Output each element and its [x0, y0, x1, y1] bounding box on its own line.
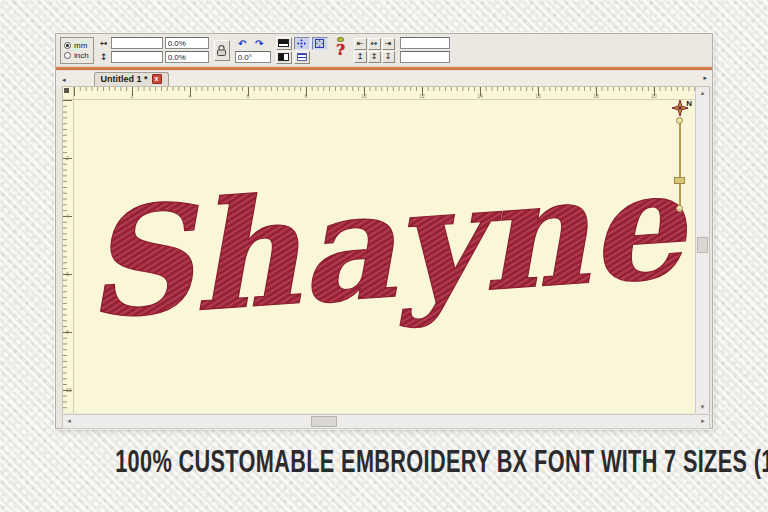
- rotation-angle-input[interactable]: [235, 51, 271, 63]
- radio-mm-icon[interactable]: [64, 42, 71, 49]
- horizontal-ruler: 2468101214161820: [74, 87, 695, 100]
- design-text[interactable]: Shayne: [79, 136, 695, 352]
- scroll-down-icon[interactable]: ▾: [696, 401, 709, 413]
- width-percent-input[interactable]: [165, 37, 209, 49]
- contrast-icon: [278, 53, 289, 61]
- align-center-h-icon: ↔: [371, 39, 378, 49]
- tab-label: Untitled 1 *: [101, 74, 148, 84]
- alignment-group: ⇤ ↔ ⇥ ↥ ↕ ↧: [354, 38, 395, 63]
- radio-inch-icon[interactable]: [64, 52, 71, 59]
- page-background: mm inch ↔ ↕: [0, 0, 768, 512]
- stitch-list-button[interactable]: [294, 51, 310, 64]
- four-arrows-icon: [297, 39, 306, 48]
- vertical-scrollbar[interactable]: ▴ ▾: [695, 87, 709, 413]
- redo-icon: ↷: [255, 38, 263, 49]
- pos-x-input[interactable]: [400, 37, 450, 49]
- height-icon: ↕: [99, 52, 109, 62]
- align-right-button[interactable]: ⇥: [382, 38, 395, 50]
- horizontal-scrollbar[interactable]: ◂ ▸: [62, 414, 710, 429]
- scroll-right-icon[interactable]: ▸: [697, 415, 709, 428]
- redo-button[interactable]: ↷: [252, 37, 267, 50]
- unit-mm-label: mm: [74, 41, 87, 50]
- design-canvas[interactable]: Shayne N −: [74, 100, 695, 413]
- close-icon: x: [155, 75, 159, 82]
- zoom-out-knob[interactable]: −: [676, 205, 683, 212]
- tab-untitled-1[interactable]: Untitled 1 * x: [94, 72, 169, 86]
- compass-north-label: N: [686, 100, 692, 108]
- zoom-in-knob[interactable]: [676, 117, 683, 124]
- tab-bar: ◂ Untitled 1 * x ▸: [56, 70, 712, 86]
- fit-view-button[interactable]: [312, 37, 328, 50]
- aspect-lock-button[interactable]: [214, 40, 230, 61]
- align-middle-v-icon: ↕: [371, 52, 378, 62]
- align-middle-v-button[interactable]: ↕: [368, 51, 381, 63]
- toolbar: mm inch ↔ ↕: [56, 34, 712, 67]
- align-left-button[interactable]: ⇤: [354, 38, 367, 50]
- fit-arrows-icon: [315, 39, 324, 48]
- align-left-icon: ⇤: [357, 39, 364, 49]
- unit-mm-option[interactable]: mm: [64, 41, 89, 50]
- align-center-h-button[interactable]: ↔: [368, 38, 381, 50]
- size-fields-group: ↔ ↕: [99, 37, 209, 63]
- vertical-scrollbar-thumb[interactable]: [697, 237, 708, 253]
- align-top-button[interactable]: ↥: [354, 51, 367, 63]
- tab-close-button[interactable]: x: [152, 74, 162, 84]
- list-lines-icon: [297, 53, 307, 61]
- unit-selector-group: mm inch: [60, 37, 94, 64]
- zoom-slider-handle[interactable]: [674, 177, 685, 184]
- undo-icon: ↶: [238, 38, 246, 49]
- question-mark-icon: ?: [336, 42, 345, 58]
- ruler-corner: [63, 87, 74, 100]
- rotate-group: ↶ ↷: [235, 37, 271, 63]
- center-design-button[interactable]: [294, 37, 310, 50]
- horizontal-scrollbar-thumb[interactable]: [311, 416, 337, 427]
- caption-text: 100% CUSTOMABLE EMBROIDERY BX FONT WITH …: [115, 444, 653, 480]
- unit-inch-label: inch: [74, 51, 89, 60]
- contrast-view-button[interactable]: [276, 51, 292, 64]
- hoop-icon: [278, 39, 289, 47]
- embroidery-app-window: mm inch ↔ ↕: [55, 33, 713, 429]
- tab-next-icon[interactable]: ▸: [701, 74, 709, 84]
- compass-widget: N: [672, 100, 692, 117]
- stitch-simulator-button[interactable]: ?: [333, 37, 349, 63]
- work-area: 2468101214161820 246810 Shayne: [62, 86, 710, 413]
- lock-icon: [216, 44, 227, 57]
- align-bottom-button[interactable]: ↧: [382, 51, 395, 63]
- unit-inch-option[interactable]: inch: [64, 51, 89, 60]
- minus-icon: −: [677, 205, 682, 212]
- vertical-ruler: 246810: [63, 100, 74, 413]
- align-right-icon: ⇥: [385, 39, 392, 49]
- align-bottom-icon: ↧: [385, 52, 392, 62]
- undo-button[interactable]: ↶: [235, 37, 250, 50]
- tab-prev-icon[interactable]: ◂: [60, 76, 68, 86]
- width-input[interactable]: [111, 37, 163, 49]
- scroll-left-icon[interactable]: ◂: [63, 415, 75, 428]
- show-hoop-button[interactable]: [276, 37, 292, 50]
- height-input[interactable]: [111, 51, 163, 63]
- pos-y-input[interactable]: [400, 51, 450, 63]
- view-toggle-group: [276, 37, 328, 64]
- height-percent-input[interactable]: [165, 51, 209, 63]
- scroll-up-icon[interactable]: ▴: [696, 87, 709, 99]
- align-top-icon: ↥: [357, 52, 364, 62]
- zoom-slider: −: [674, 117, 686, 212]
- width-icon: ↔: [99, 38, 109, 48]
- position-fields-group: [400, 37, 450, 63]
- zoom-slider-track[interactable]: [679, 122, 681, 207]
- design-svg: Shayne: [74, 100, 695, 413]
